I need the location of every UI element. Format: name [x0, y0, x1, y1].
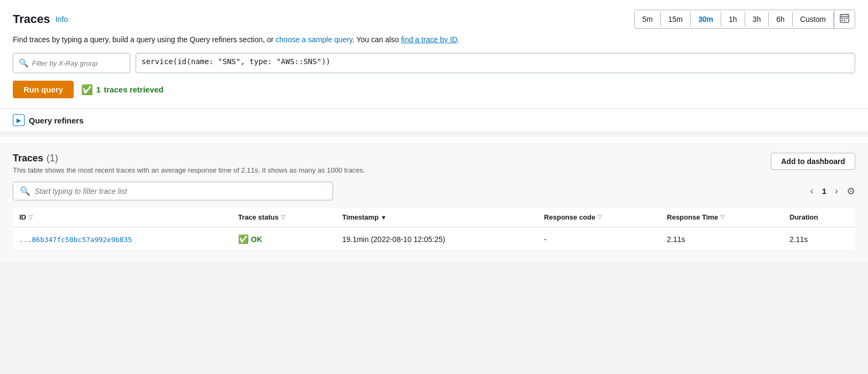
trace-status-sort-icon: ▽	[281, 214, 285, 221]
response-time-sort-icon: ▽	[720, 214, 724, 221]
id-sort-icon: ▽	[28, 214, 33, 221]
table-header-row: ID ▽ Trace status ▽ Time	[13, 208, 855, 227]
time-btn-30m[interactable]: 30m	[691, 12, 721, 27]
action-row: Run query ✅ 1 traces retrieved	[13, 81, 855, 98]
query-input[interactable]: service(id(name: "SNS", type: "AWS::SNS"…	[136, 53, 855, 73]
traces-table: ID ▽ Trace status ▽ Time	[13, 208, 855, 251]
cell-response-code: -	[538, 227, 660, 251]
ok-status-label: OK	[251, 235, 262, 244]
cell-response-time: 2.11s	[660, 227, 783, 251]
time-range-bar: 5m 15m 30m 1h 3h 6h Custom	[634, 10, 855, 29]
trace-id-link[interactable]: ...86b347fc50bc57a992e9b835	[19, 236, 132, 244]
table-settings-icon[interactable]: ⚙	[847, 185, 855, 197]
col-header-id: ID ▽	[13, 208, 232, 227]
pagination-area: ‹ 1 › ⚙	[807, 184, 855, 198]
svg-rect-4	[841, 18, 843, 19]
next-page-button[interactable]: ›	[832, 184, 841, 198]
page-title: Traces	[13, 12, 50, 26]
sample-query-link[interactable]: choose a sample query	[275, 35, 352, 44]
retrieved-label: traces retrieved	[104, 85, 164, 94]
info-link[interactable]: Info	[56, 15, 68, 24]
filter-trace-input[interactable]	[35, 187, 326, 196]
query-refiners-section: ▶ Query refiners	[0, 108, 868, 131]
svg-rect-6	[846, 18, 848, 19]
time-btn-custom[interactable]: Custom	[793, 12, 834, 27]
col-header-timestamp: Timestamp ▼	[336, 208, 538, 227]
filter-group-input[interactable]	[32, 59, 124, 67]
response-code-sort-icon: ▽	[597, 214, 602, 221]
check-circle-icon: ✅	[81, 84, 93, 96]
col-header-response-code: Response code ▽	[538, 208, 660, 227]
traces-table-wrap: ID ▽ Trace status ▽ Time	[13, 208, 855, 251]
traces-section: Traces (1) This table shows the most rec…	[0, 142, 868, 262]
calendar-icon	[840, 13, 849, 23]
filter-search-icon: 🔍	[19, 58, 29, 68]
time-btn-15m[interactable]: 15m	[661, 12, 691, 27]
retrieved-status: ✅ 1 traces retrieved	[81, 84, 163, 96]
traces-subtitle: This table shows the most recent traces …	[13, 166, 365, 174]
query-refiners-header[interactable]: ▶ Query refiners	[13, 114, 855, 126]
retrieved-count: 1	[96, 85, 100, 94]
query-row: 🔍 service(id(name: "SNS", type: "AWS::SN…	[13, 53, 855, 73]
time-btn-1h[interactable]: 1h	[721, 12, 745, 27]
svg-rect-8	[844, 20, 846, 21]
prev-page-button[interactable]: ‹	[807, 184, 817, 198]
query-refiners-label: Query refiners	[29, 116, 84, 125]
cell-id: ...86b347fc50bc57a992e9b835	[13, 227, 232, 251]
description-text: Find traces by typing a query, build a q…	[13, 34, 855, 45]
ok-status-icon: ✅	[238, 234, 249, 244]
timestamp-sort-icon: ▼	[381, 214, 386, 221]
cell-duration: 2.11s	[783, 227, 855, 251]
filter-group-wrap: 🔍	[13, 53, 130, 73]
time-btn-5m[interactable]: 5m	[635, 12, 660, 27]
expand-icon: ▶	[13, 114, 25, 126]
col-header-trace-status: Trace status ▽	[232, 208, 336, 227]
traces-table-title: Traces	[13, 153, 43, 164]
traces-table-count: (1)	[46, 153, 58, 164]
svg-rect-7	[841, 20, 843, 21]
run-query-button[interactable]: Run query	[13, 81, 74, 98]
cell-status: ✅ OK	[232, 227, 336, 251]
filter-trace-search-icon: 🔍	[20, 186, 30, 196]
page-number: 1	[822, 186, 826, 196]
col-header-response-time: Response Time ▽	[660, 208, 783, 227]
time-btn-6h[interactable]: 6h	[769, 12, 793, 27]
traces-header: Traces (1) This table shows the most rec…	[13, 153, 855, 174]
calendar-icon-button[interactable]	[834, 10, 855, 28]
svg-rect-5	[844, 18, 846, 19]
time-btn-3h[interactable]: 3h	[745, 12, 769, 27]
cell-timestamp: 19.1min (2022-08-10 12:05:25)	[336, 227, 538, 251]
filter-trace-row: 🔍 ‹ 1 › ⚙	[13, 182, 855, 200]
table-row: ...86b347fc50bc57a992e9b835 ✅ OK 19.1min…	[13, 227, 855, 251]
add-to-dashboard-button[interactable]: Add to dashboard	[771, 153, 855, 170]
col-header-duration: Duration	[783, 208, 855, 227]
filter-trace-input-wrap: 🔍	[13, 182, 333, 200]
find-by-id-link[interactable]: find a trace by ID	[401, 35, 457, 44]
